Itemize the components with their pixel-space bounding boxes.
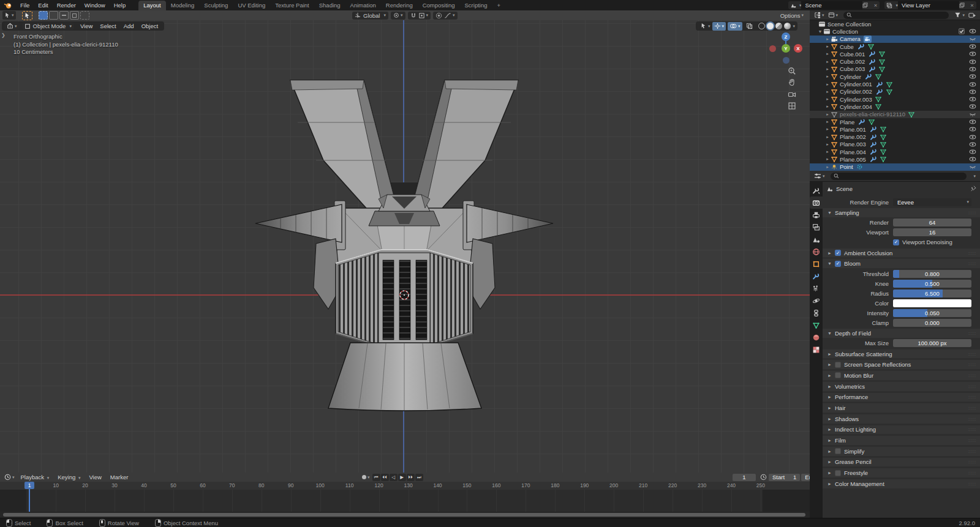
properties-search-input[interactable] [831, 173, 967, 180]
jump-to-end-button[interactable]: ⏭ [415, 474, 423, 481]
timeline-menu-keying[interactable]: Keying ▾ [53, 474, 85, 480]
eye-icon[interactable] [969, 81, 976, 88]
eye-icon[interactable] [969, 58, 976, 65]
disclosure-icon[interactable]: ▸ [824, 74, 831, 79]
timeline-editor[interactable]: ▾ Playback ▾Keying ▾ViewMarker ▾ ⏮ ⏴⏴ ◁ … [0, 473, 810, 518]
outliner-row-cylinder-003[interactable]: ▸Cylinder.003 [810, 95, 980, 103]
section-simplify[interactable]: ►Simplify:::: [823, 447, 980, 456]
timeline-menu-playback[interactable]: Playback ▾ [17, 474, 54, 480]
outliner-row-plane-005[interactable]: ▸Plane.005 [810, 155, 980, 163]
new-collection-button[interactable] [967, 11, 978, 20]
eye-icon[interactable] [969, 73, 976, 80]
viewport-menu-view[interactable]: View [77, 23, 96, 29]
disclosure-icon[interactable]: ▸ [824, 165, 831, 170]
timeline-menu-marker[interactable]: Marker [106, 474, 133, 480]
viewport-3d[interactable]: ▾ Object Mode ▾ ViewSelectAddObject ▾ ▾ … [0, 20, 810, 473]
tab-object-icon[interactable] [810, 258, 823, 270]
tab-physics-icon[interactable] [810, 294, 823, 307]
playhead-frame-badge[interactable]: 1 [24, 482, 34, 489]
outliner-row-scene-collection[interactable]: Scene Collection [810, 20, 980, 28]
close-icon[interactable]: × [968, 2, 976, 9]
outliner-row-point[interactable]: ▸Point [810, 163, 980, 171]
camera-view-icon[interactable] [788, 90, 796, 99]
mode-dropdown[interactable]: Object Mode ▾ [22, 22, 74, 30]
timeline-ruler[interactable]: 1020304050607080901001101201301401501601… [0, 482, 810, 490]
gizmo-z-axis[interactable]: Z [782, 32, 790, 41]
disclosure-icon[interactable]: ▸ [824, 112, 831, 117]
pivot-point-dropdown[interactable]: ▾ [391, 12, 405, 20]
pan-hand-icon[interactable] [788, 78, 796, 87]
editor-type-button[interactable]: ▾ [4, 22, 20, 30]
blender-logo-icon[interactable] [0, 1, 16, 9]
value-slider[interactable]: 64 [893, 219, 971, 226]
tab-modifiers-icon[interactable] [810, 270, 823, 282]
shading-solid-button[interactable] [767, 23, 774, 29]
value-slider[interactable]: 0.800 [893, 270, 971, 278]
current-frame-field[interactable]: 1 [733, 474, 756, 481]
section-depth-of-field[interactable]: ▼Depth of Field:::: [823, 329, 980, 338]
mesh-data-icon[interactable] [880, 133, 887, 141]
zoom-icon[interactable] [788, 67, 796, 75]
menu-file[interactable]: File [16, 2, 34, 9]
shading-rendered-button[interactable] [784, 23, 791, 29]
outliner-row-plane[interactable]: ▸Plane [810, 118, 980, 125]
modifier-wrench-icon[interactable] [869, 65, 876, 73]
color-swatch[interactable] [893, 299, 971, 307]
section-bloom[interactable]: ▼✓Bloom:::: [823, 259, 980, 268]
eye-closed-icon[interactable] [969, 36, 976, 43]
outliner-row-cube-003[interactable]: ▸Cube.003 [810, 65, 980, 73]
copy-icon[interactable] [959, 2, 968, 8]
section-shadows[interactable]: ►Shadows:::: [823, 414, 980, 424]
viewport-menu-object[interactable]: Object [138, 23, 162, 29]
pin-icon[interactable] [970, 185, 976, 192]
section-subsurface-scattering[interactable]: ►Subsurface Scattering:::: [823, 349, 980, 359]
disclosure-icon[interactable]: ▸ [824, 89, 831, 94]
view-layer-selector[interactable]: ▾ View Layer × [884, 1, 976, 9]
outliner-filter-dropdown[interactable]: ▾ [952, 11, 967, 20]
disclosure-icon[interactable]: ▸ [824, 104, 831, 109]
next-keyframe-button[interactable]: ⏵⏵ [407, 474, 415, 481]
prev-keyframe-button[interactable]: ⏴⏴ [381, 474, 389, 481]
shading-wireframe-button[interactable] [758, 23, 765, 29]
select-mode-intersect-icon[interactable] [80, 11, 89, 20]
menu-edit[interactable]: Edit [34, 2, 52, 9]
menu-help[interactable]: Help [110, 2, 130, 9]
disclosure-icon[interactable]: ▸ [824, 135, 831, 140]
workspace-tab-texture-paint[interactable]: Texture Paint [270, 1, 314, 10]
show-gizmo-dropdown[interactable]: ▾ [712, 22, 726, 31]
outliner-row-camera[interactable]: ▸Camera [810, 36, 980, 43]
jump-to-start-button[interactable]: ⏮ [372, 474, 380, 481]
mesh-data-icon[interactable] [880, 125, 887, 133]
mesh-data-icon[interactable] [875, 103, 882, 110]
disclosure-icon[interactable]: ▸ [824, 37, 831, 42]
section-sampling[interactable]: ▼Sampling:::: [823, 208, 980, 217]
tab-world-icon[interactable] [810, 245, 823, 258]
eye-closed-icon[interactable] [969, 163, 976, 171]
eye-closed-icon[interactable] [969, 111, 976, 118]
menu-window[interactable]: Window [80, 2, 110, 9]
workspace-tab-rendering[interactable]: Rendering [381, 1, 418, 10]
mesh-data-icon[interactable] [878, 50, 886, 58]
value-slider[interactable]: 6.500 [893, 290, 971, 297]
eye-icon[interactable] [969, 50, 976, 58]
value-slider[interactable]: 16 [893, 228, 971, 236]
select-mode-extend-icon[interactable] [49, 11, 58, 20]
object-visibility-dropdown[interactable]: ▾ [698, 22, 712, 31]
tab-texture-icon[interactable] [810, 343, 823, 356]
snap-toggle-group[interactable]: ▾ [408, 12, 431, 20]
frame-start-field[interactable]: Start1 [769, 474, 800, 481]
select-mode-invert-icon[interactable] [70, 11, 79, 20]
section-performance[interactable]: ►Performance:::: [823, 393, 980, 402]
outliner-row-plane-004[interactable]: ▸Plane.004 [810, 148, 980, 155]
eye-icon[interactable] [969, 118, 976, 125]
view-layer-name-field[interactable]: View Layer [898, 1, 959, 9]
light-data-badge[interactable] [856, 163, 863, 170]
workspace-tab-uv-editing[interactable]: UV Editing [233, 1, 270, 10]
section-screen-space-reflections[interactable]: ►Screen Space Reflections:::: [823, 360, 980, 369]
outliner-row-collection[interactable]: ▼Collection [810, 28, 980, 35]
mesh-data-icon[interactable] [886, 81, 893, 88]
workspace-tab-shading[interactable]: Shading [314, 1, 345, 10]
outliner-display-mode-dropdown[interactable]: ▾ [826, 11, 840, 20]
section-grease-pencil[interactable]: ►Grease Pencil:::: [823, 458, 980, 467]
eye-icon[interactable] [969, 125, 976, 133]
